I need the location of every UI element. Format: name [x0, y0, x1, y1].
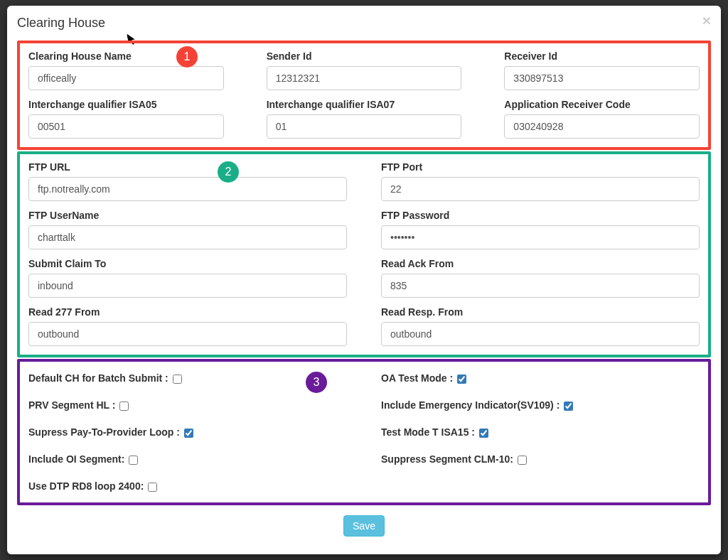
read-ack-from-label: Read Ack From: [381, 258, 700, 269]
test-isa15-checkbox[interactable]: [479, 429, 488, 438]
sender-id-label: Sender Id: [267, 50, 462, 62]
ftp-port-input[interactable]: [381, 177, 700, 201]
test-isa15-label: Test Mode T ISA15 :: [381, 426, 488, 438]
receiver-id-input[interactable]: [504, 66, 700, 90]
use-dtp-rd8-checkbox[interactable]: [148, 483, 157, 492]
sender-id-input[interactable]: [267, 66, 462, 90]
modal-overlay: × Clearing House 1 Clearing House Name S…: [0, 0, 728, 560]
read-ack-from-input[interactable]: [381, 274, 700, 298]
include-oi-checkbox[interactable]: [129, 456, 138, 465]
supress-paytp-label: Supress Pay-To-Provider Loop :: [28, 426, 193, 438]
suppress-clm10-checkbox[interactable]: [518, 456, 527, 465]
read-277-from-input[interactable]: [28, 322, 347, 346]
save-button[interactable]: Save: [343, 515, 385, 537]
modal-footer: Save: [17, 515, 711, 537]
isa07-input[interactable]: [267, 114, 462, 139]
emerg-ind-checkbox[interactable]: [564, 402, 573, 411]
emerg-ind-label: Include Emergency Indicator(SV109) :: [381, 399, 573, 411]
ftp-url-label: FTP URL: [28, 161, 347, 173]
app-recv-code-label: Application Receiver Code: [504, 99, 700, 110]
prv-seg-label: PRV Segment HL :: [28, 399, 129, 411]
read-277-from-label: Read 277 From: [28, 306, 347, 318]
ftp-username-input[interactable]: [28, 225, 347, 249]
ftp-port-label: FTP Port: [381, 161, 700, 173]
default-ch-label: Default CH for Batch Submit :: [28, 372, 182, 384]
suppress-clm10-label: Suppress Segment CLM-10:: [381, 453, 527, 465]
isa05-input[interactable]: [28, 114, 224, 139]
isa07-label: Interchange qualifier ISA07: [267, 99, 462, 110]
isa05-label: Interchange qualifier ISA05: [28, 99, 224, 110]
receiver-id-label: Receiver Id: [504, 50, 700, 62]
ftp-url-input[interactable]: [28, 177, 347, 201]
ftp-password-label: FTP Password: [381, 210, 700, 221]
section-options: 3 Default CH for Batch Submit : OA Test …: [17, 359, 711, 505]
prv-seg-checkbox[interactable]: [119, 402, 129, 411]
clearing-house-name-input[interactable]: [28, 66, 224, 90]
section-ftp: 2 FTP URL FTP Port FTP UserName FTP Pass…: [17, 151, 711, 357]
read-resp-from-input[interactable]: [381, 322, 700, 346]
supress-paytp-checkbox[interactable]: [184, 429, 193, 438]
ftp-password-input[interactable]: [381, 225, 700, 249]
section-badge-1: 1: [176, 46, 198, 68]
oa-test-checkbox[interactable]: [457, 375, 466, 384]
clearing-house-modal: × Clearing House 1 Clearing House Name S…: [7, 6, 721, 554]
read-resp-from-label: Read Resp. From: [381, 306, 700, 318]
submit-claim-to-input[interactable]: [28, 274, 347, 298]
section-badge-2: 2: [218, 161, 239, 183]
app-recv-code-input[interactable]: [504, 114, 700, 139]
modal-title: Clearing House: [17, 16, 711, 31]
oa-test-label: OA Test Mode :: [381, 372, 466, 384]
default-ch-checkbox[interactable]: [173, 375, 182, 384]
include-oi-label: Include OI Segment:: [28, 453, 138, 465]
use-dtp-rd8-label: Use DTP RD8 loop 2400:: [28, 480, 157, 492]
section-identifiers: 1 Clearing House Name Sender Id Receiver…: [17, 41, 711, 150]
ftp-username-label: FTP UserName: [28, 210, 347, 221]
close-icon[interactable]: ×: [702, 13, 711, 28]
submit-claim-to-label: Submit Claim To: [28, 258, 347, 269]
section-badge-3: 3: [306, 372, 327, 393]
